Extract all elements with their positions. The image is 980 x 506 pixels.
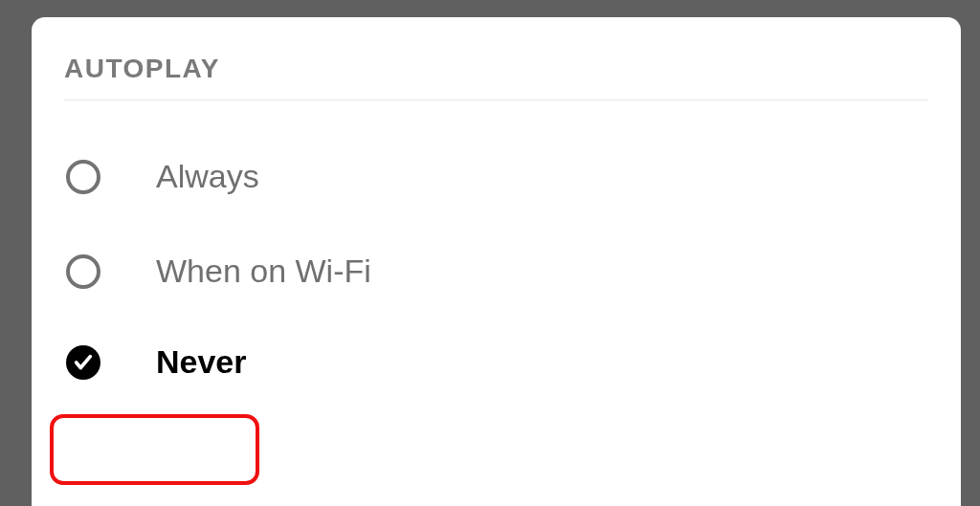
radio-unselected-icon [66, 160, 100, 194]
check-icon [73, 352, 94, 373]
option-wifi[interactable]: When on Wi-Fi [32, 224, 961, 319]
section-header: AUTOPLAY [32, 17, 961, 99]
options-list: Always When on Wi-Fi Never [32, 100, 961, 406]
radio-wifi[interactable] [66, 254, 112, 289]
radio-always[interactable] [66, 160, 112, 194]
option-always[interactable]: Always [32, 129, 961, 224]
option-label-wifi: When on Wi-Fi [156, 253, 371, 290]
option-never[interactable]: Never [32, 319, 961, 406]
radio-never[interactable] [66, 345, 112, 380]
section-title: AUTOPLAY [64, 54, 928, 84]
radio-unselected-icon [66, 254, 100, 289]
option-label-never: Never [156, 343, 247, 381]
option-label-always: Always [156, 158, 259, 195]
autoplay-dialog: AUTOPLAY Always When on Wi-Fi Ne [32, 17, 961, 506]
radio-selected-icon [66, 345, 100, 380]
